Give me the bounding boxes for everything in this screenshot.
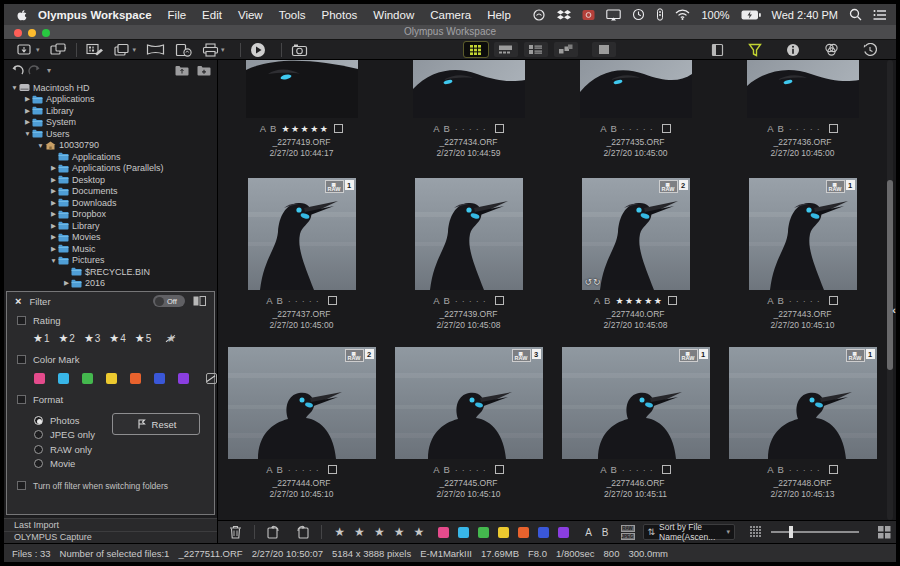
arrow-closed-icon[interactable]: ▶ — [49, 176, 58, 184]
tree-item-library[interactable]: ▶Library — [4, 105, 217, 117]
colormark-button-2[interactable] — [478, 527, 489, 538]
radio-button[interactable] — [34, 445, 43, 454]
photo-select-checkbox[interactable] — [829, 465, 838, 474]
flag-a-label[interactable]: A — [260, 123, 266, 134]
slider-track[interactable] — [771, 531, 859, 533]
photo-thumbnail[interactable]: ▦RAW1 — [562, 347, 710, 459]
colormark-swatch-1[interactable] — [58, 373, 69, 384]
red-app-icon[interactable] — [582, 7, 595, 23]
menu-help[interactable]: Help — [487, 9, 511, 21]
rating-star-button[interactable]: ★ — [394, 525, 405, 539]
sort-dropdown[interactable]: ⇅ Sort by File Name(Ascen... ▾ — [643, 524, 735, 540]
tree-item-10030790[interactable]: ▼10030790 — [4, 140, 217, 152]
thumbnail-size-slider[interactable] — [771, 531, 859, 533]
photo-rating-dots[interactable]: ····· — [789, 124, 824, 134]
arrow-open-icon[interactable]: ▼ — [49, 257, 58, 264]
panel-layout-icon[interactable] — [193, 296, 206, 306]
menu-bar-clock[interactable]: Wed 2:40 PM — [772, 9, 838, 21]
last-import-item[interactable]: Last Import — [4, 518, 217, 531]
olympus-capture-item[interactable]: OLYMPUS Capture — [4, 531, 217, 544]
filmstrip-view-button[interactable] — [494, 42, 518, 57]
apple-menu-icon[interactable] — [16, 7, 28, 23]
arrow-closed-icon[interactable]: ▶ — [23, 118, 32, 126]
arrow-closed-icon[interactable]: ▶ — [49, 233, 58, 241]
menu-tools[interactable]: Tools — [279, 9, 306, 21]
photo-select-checkbox[interactable] — [495, 465, 504, 474]
flag-b-label[interactable]: B — [277, 464, 283, 475]
reveal-folder-icon[interactable] — [175, 62, 189, 78]
flag-a-label[interactable]: A — [767, 123, 773, 134]
menu-view[interactable]: View — [238, 9, 263, 21]
grid-view-button[interactable] — [464, 42, 488, 57]
tree-item-2016[interactable]: ▶2016 — [4, 278, 217, 290]
new-folder-icon[interactable] — [197, 62, 211, 78]
flag-b-label[interactable]: B — [277, 295, 283, 306]
tree-item-music[interactable]: ▶Music — [4, 243, 217, 255]
slider-thumb[interactable] — [789, 526, 793, 538]
tree-item-applications[interactable]: Applications — [4, 151, 217, 163]
rotate-right-button[interactable] — [288, 523, 314, 541]
flag-b-label[interactable]: B — [778, 295, 784, 306]
info-icon[interactable] — [781, 41, 805, 59]
radio-button[interactable] — [34, 416, 43, 425]
rating-star-5-option[interactable]: ★5 — [135, 332, 151, 345]
flag-b-label[interactable]: B — [778, 123, 784, 134]
tree-item-documents[interactable]: ▶Documents — [4, 186, 217, 198]
creative-cloud-icon[interactable] — [532, 7, 546, 23]
panorama-stitch-button[interactable] — [141, 41, 170, 59]
flag-a-label[interactable]: A — [600, 123, 606, 134]
arrow-closed-icon[interactable]: ▶ — [23, 95, 32, 103]
rating-star-button[interactable]: ★ — [354, 525, 365, 539]
photo-select-checkbox[interactable] — [495, 124, 504, 133]
tree-item-dropbox[interactable]: ▶Dropbox — [4, 209, 217, 221]
photo-select-checkbox[interactable] — [829, 124, 838, 133]
scrollbar-thumb[interactable] — [887, 180, 893, 370]
compare-view-button[interactable] — [554, 42, 578, 57]
tree-item-system[interactable]: ▶System — [4, 117, 217, 129]
format-option-movie[interactable]: Movie — [7, 455, 214, 470]
color-channels-icon[interactable] — [819, 41, 844, 59]
photo-select-checkbox[interactable] — [662, 465, 671, 474]
slideshow-play-button[interactable] — [245, 41, 271, 59]
photo-rating-stars[interactable]: ★★★★★ — [281, 124, 329, 134]
colormark-button-1[interactable] — [458, 527, 469, 538]
raw-develop-button[interactable] — [81, 41, 109, 59]
arrow-closed-icon[interactable]: ▶ — [49, 199, 58, 207]
photo-thumbnail[interactable]: ▦RAW2↺↻ — [582, 178, 690, 290]
photo-rating-dots[interactable]: ····· — [622, 124, 657, 134]
rating-star-2-option[interactable]: ★2 — [58, 332, 74, 345]
time-machine-icon[interactable] — [632, 7, 645, 23]
no-colormark-icon[interactable] — [206, 373, 217, 384]
move-copy-button[interactable] — [45, 41, 72, 59]
radio-button[interactable] — [34, 459, 43, 468]
photo-thumbnail[interactable]: ▦RAW3 — [395, 347, 543, 459]
flag-a-label[interactable]: A — [767, 464, 773, 475]
flag-a-button[interactable]: A — [585, 527, 592, 538]
dropbox-icon[interactable] — [557, 7, 571, 23]
spotlight-search-icon[interactable] — [849, 7, 862, 23]
menu-window[interactable]: Window — [373, 9, 414, 21]
rotate-left-button[interactable] — [262, 523, 288, 541]
colormark-button-6[interactable] — [558, 527, 569, 538]
arrow-open-icon[interactable]: ▼ — [10, 84, 19, 91]
menu-file[interactable]: File — [168, 9, 187, 21]
colormark-filter-checkbox[interactable] — [17, 355, 26, 364]
filter-funnel-icon[interactable] — [743, 41, 767, 59]
colormark-button-5[interactable] — [538, 527, 549, 538]
arrow-closed-icon[interactable]: ▶ — [49, 222, 58, 230]
back-icon[interactable] — [10, 62, 24, 78]
colormark-swatch-5[interactable] — [154, 373, 165, 384]
flag-a-label[interactable]: A — [600, 464, 606, 475]
flag-b-label[interactable]: B — [778, 464, 784, 475]
import-button[interactable]: ▾ — [12, 41, 45, 59]
history-icon[interactable] — [858, 41, 882, 59]
colormark-swatch-0[interactable] — [34, 373, 45, 384]
forward-icon[interactable] — [28, 62, 42, 78]
photo-rating-dots[interactable]: ····· — [789, 465, 824, 475]
arrow-closed-icon[interactable]: ▶ — [49, 245, 58, 253]
notification-center-icon[interactable] — [873, 7, 886, 23]
rating-star-button[interactable]: ★ — [334, 525, 345, 539]
photo-thumbnail[interactable] — [246, 60, 358, 118]
turn-off-filter-checkbox[interactable] — [17, 481, 26, 490]
flag-a-label[interactable]: A — [266, 295, 272, 306]
